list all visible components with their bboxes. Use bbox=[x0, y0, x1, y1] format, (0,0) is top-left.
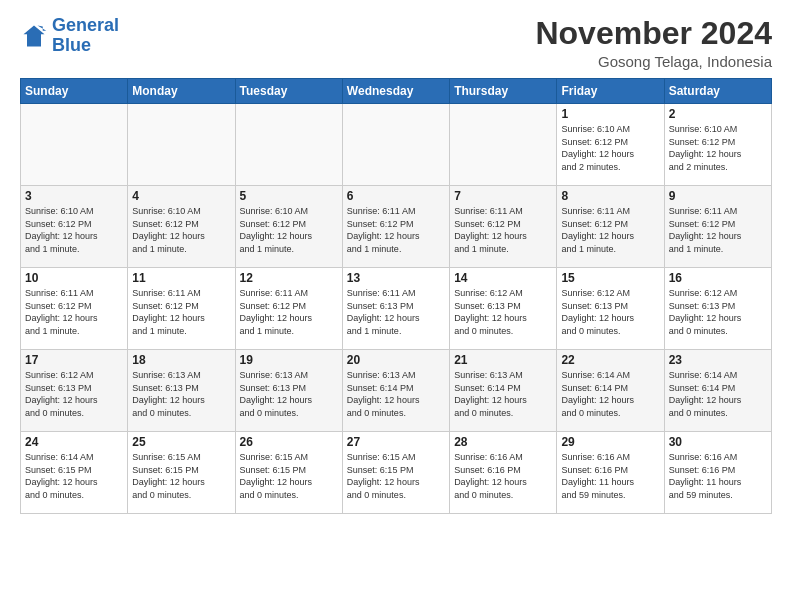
day-info: Sunrise: 6:11 AM Sunset: 6:12 PM Dayligh… bbox=[240, 287, 338, 337]
day-cell: 5Sunrise: 6:10 AM Sunset: 6:12 PM Daylig… bbox=[235, 186, 342, 268]
day-number: 15 bbox=[561, 271, 659, 285]
day-cell: 11Sunrise: 6:11 AM Sunset: 6:12 PM Dayli… bbox=[128, 268, 235, 350]
day-number: 25 bbox=[132, 435, 230, 449]
day-info: Sunrise: 6:10 AM Sunset: 6:12 PM Dayligh… bbox=[132, 205, 230, 255]
col-header-sunday: Sunday bbox=[21, 79, 128, 104]
day-info: Sunrise: 6:16 AM Sunset: 6:16 PM Dayligh… bbox=[454, 451, 552, 501]
day-info: Sunrise: 6:12 AM Sunset: 6:13 PM Dayligh… bbox=[25, 369, 123, 419]
week-row-2: 3Sunrise: 6:10 AM Sunset: 6:12 PM Daylig… bbox=[21, 186, 772, 268]
day-cell: 24Sunrise: 6:14 AM Sunset: 6:15 PM Dayli… bbox=[21, 432, 128, 514]
day-info: Sunrise: 6:16 AM Sunset: 6:16 PM Dayligh… bbox=[669, 451, 767, 501]
week-row-5: 24Sunrise: 6:14 AM Sunset: 6:15 PM Dayli… bbox=[21, 432, 772, 514]
day-info: Sunrise: 6:14 AM Sunset: 6:14 PM Dayligh… bbox=[669, 369, 767, 419]
day-cell: 1Sunrise: 6:10 AM Sunset: 6:12 PM Daylig… bbox=[557, 104, 664, 186]
day-number: 6 bbox=[347, 189, 445, 203]
header: General Blue November 2024 Gosong Telaga… bbox=[20, 16, 772, 70]
day-info: Sunrise: 6:11 AM Sunset: 6:12 PM Dayligh… bbox=[25, 287, 123, 337]
logo-line1: General bbox=[52, 15, 119, 35]
day-number: 8 bbox=[561, 189, 659, 203]
logo-line2: Blue bbox=[52, 35, 91, 55]
day-number: 5 bbox=[240, 189, 338, 203]
day-cell: 14Sunrise: 6:12 AM Sunset: 6:13 PM Dayli… bbox=[450, 268, 557, 350]
day-info: Sunrise: 6:13 AM Sunset: 6:14 PM Dayligh… bbox=[454, 369, 552, 419]
day-info: Sunrise: 6:14 AM Sunset: 6:14 PM Dayligh… bbox=[561, 369, 659, 419]
day-cell: 13Sunrise: 6:11 AM Sunset: 6:13 PM Dayli… bbox=[342, 268, 449, 350]
day-cell: 26Sunrise: 6:15 AM Sunset: 6:15 PM Dayli… bbox=[235, 432, 342, 514]
day-info: Sunrise: 6:10 AM Sunset: 6:12 PM Dayligh… bbox=[240, 205, 338, 255]
day-number: 18 bbox=[132, 353, 230, 367]
day-cell: 28Sunrise: 6:16 AM Sunset: 6:16 PM Dayli… bbox=[450, 432, 557, 514]
col-header-saturday: Saturday bbox=[664, 79, 771, 104]
day-cell bbox=[342, 104, 449, 186]
day-cell: 4Sunrise: 6:10 AM Sunset: 6:12 PM Daylig… bbox=[128, 186, 235, 268]
day-cell: 23Sunrise: 6:14 AM Sunset: 6:14 PM Dayli… bbox=[664, 350, 771, 432]
day-info: Sunrise: 6:11 AM Sunset: 6:12 PM Dayligh… bbox=[132, 287, 230, 337]
day-number: 16 bbox=[669, 271, 767, 285]
day-info: Sunrise: 6:15 AM Sunset: 6:15 PM Dayligh… bbox=[132, 451, 230, 501]
day-info: Sunrise: 6:11 AM Sunset: 6:12 PM Dayligh… bbox=[561, 205, 659, 255]
day-cell: 18Sunrise: 6:13 AM Sunset: 6:13 PM Dayli… bbox=[128, 350, 235, 432]
day-number: 19 bbox=[240, 353, 338, 367]
day-cell: 29Sunrise: 6:16 AM Sunset: 6:16 PM Dayli… bbox=[557, 432, 664, 514]
day-number: 27 bbox=[347, 435, 445, 449]
col-header-monday: Monday bbox=[128, 79, 235, 104]
day-cell: 16Sunrise: 6:12 AM Sunset: 6:13 PM Dayli… bbox=[664, 268, 771, 350]
day-info: Sunrise: 6:13 AM Sunset: 6:14 PM Dayligh… bbox=[347, 369, 445, 419]
day-cell: 19Sunrise: 6:13 AM Sunset: 6:13 PM Dayli… bbox=[235, 350, 342, 432]
day-number: 11 bbox=[132, 271, 230, 285]
day-cell: 22Sunrise: 6:14 AM Sunset: 6:14 PM Dayli… bbox=[557, 350, 664, 432]
day-number: 9 bbox=[669, 189, 767, 203]
svg-marker-1 bbox=[24, 25, 45, 46]
day-cell: 6Sunrise: 6:11 AM Sunset: 6:12 PM Daylig… bbox=[342, 186, 449, 268]
day-info: Sunrise: 6:12 AM Sunset: 6:13 PM Dayligh… bbox=[561, 287, 659, 337]
subtitle: Gosong Telaga, Indonesia bbox=[535, 53, 772, 70]
day-cell: 8Sunrise: 6:11 AM Sunset: 6:12 PM Daylig… bbox=[557, 186, 664, 268]
day-info: Sunrise: 6:15 AM Sunset: 6:15 PM Dayligh… bbox=[347, 451, 445, 501]
logo-icon bbox=[20, 22, 48, 50]
day-info: Sunrise: 6:12 AM Sunset: 6:13 PM Dayligh… bbox=[454, 287, 552, 337]
day-cell: 25Sunrise: 6:15 AM Sunset: 6:15 PM Dayli… bbox=[128, 432, 235, 514]
day-number: 28 bbox=[454, 435, 552, 449]
day-cell: 30Sunrise: 6:16 AM Sunset: 6:16 PM Dayli… bbox=[664, 432, 771, 514]
day-cell: 17Sunrise: 6:12 AM Sunset: 6:13 PM Dayli… bbox=[21, 350, 128, 432]
day-cell: 12Sunrise: 6:11 AM Sunset: 6:12 PM Dayli… bbox=[235, 268, 342, 350]
day-number: 30 bbox=[669, 435, 767, 449]
day-info: Sunrise: 6:10 AM Sunset: 6:12 PM Dayligh… bbox=[25, 205, 123, 255]
day-number: 26 bbox=[240, 435, 338, 449]
day-number: 29 bbox=[561, 435, 659, 449]
day-info: Sunrise: 6:11 AM Sunset: 6:12 PM Dayligh… bbox=[454, 205, 552, 255]
day-number: 12 bbox=[240, 271, 338, 285]
day-info: Sunrise: 6:10 AM Sunset: 6:12 PM Dayligh… bbox=[669, 123, 767, 173]
week-row-3: 10Sunrise: 6:11 AM Sunset: 6:12 PM Dayli… bbox=[21, 268, 772, 350]
day-number: 13 bbox=[347, 271, 445, 285]
day-number: 24 bbox=[25, 435, 123, 449]
day-number: 23 bbox=[669, 353, 767, 367]
day-cell: 3Sunrise: 6:10 AM Sunset: 6:12 PM Daylig… bbox=[21, 186, 128, 268]
day-cell bbox=[235, 104, 342, 186]
day-number: 2 bbox=[669, 107, 767, 121]
header-row: SundayMondayTuesdayWednesdayThursdayFrid… bbox=[21, 79, 772, 104]
day-number: 7 bbox=[454, 189, 552, 203]
day-cell: 7Sunrise: 6:11 AM Sunset: 6:12 PM Daylig… bbox=[450, 186, 557, 268]
col-header-tuesday: Tuesday bbox=[235, 79, 342, 104]
col-header-friday: Friday bbox=[557, 79, 664, 104]
day-number: 1 bbox=[561, 107, 659, 121]
day-info: Sunrise: 6:11 AM Sunset: 6:12 PM Dayligh… bbox=[669, 205, 767, 255]
day-info: Sunrise: 6:12 AM Sunset: 6:13 PM Dayligh… bbox=[669, 287, 767, 337]
day-number: 20 bbox=[347, 353, 445, 367]
day-number: 17 bbox=[25, 353, 123, 367]
day-cell bbox=[21, 104, 128, 186]
day-number: 10 bbox=[25, 271, 123, 285]
day-info: Sunrise: 6:11 AM Sunset: 6:13 PM Dayligh… bbox=[347, 287, 445, 337]
page: General Blue November 2024 Gosong Telaga… bbox=[0, 0, 792, 524]
day-cell: 20Sunrise: 6:13 AM Sunset: 6:14 PM Dayli… bbox=[342, 350, 449, 432]
day-cell: 21Sunrise: 6:13 AM Sunset: 6:14 PM Dayli… bbox=[450, 350, 557, 432]
day-cell: 10Sunrise: 6:11 AM Sunset: 6:12 PM Dayli… bbox=[21, 268, 128, 350]
day-cell: 15Sunrise: 6:12 AM Sunset: 6:13 PM Dayli… bbox=[557, 268, 664, 350]
main-title: November 2024 bbox=[535, 16, 772, 51]
week-row-1: 1Sunrise: 6:10 AM Sunset: 6:12 PM Daylig… bbox=[21, 104, 772, 186]
day-info: Sunrise: 6:13 AM Sunset: 6:13 PM Dayligh… bbox=[132, 369, 230, 419]
day-cell: 27Sunrise: 6:15 AM Sunset: 6:15 PM Dayli… bbox=[342, 432, 449, 514]
col-header-thursday: Thursday bbox=[450, 79, 557, 104]
day-number: 21 bbox=[454, 353, 552, 367]
